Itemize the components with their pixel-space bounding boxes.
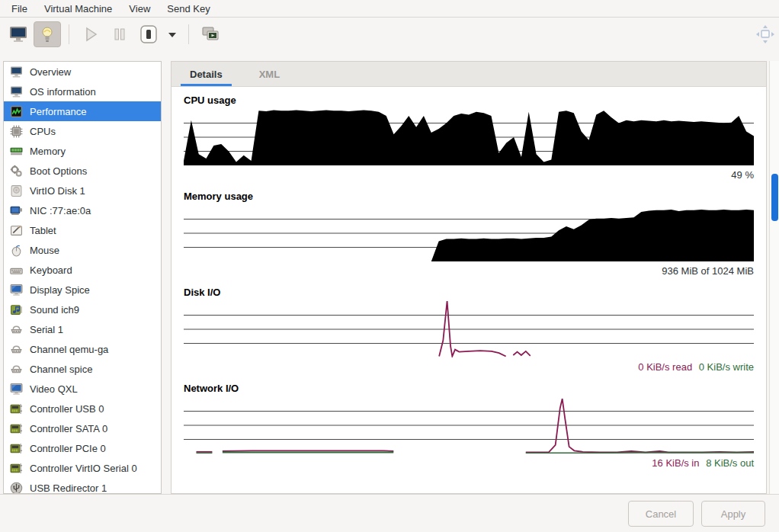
run-button[interactable]	[77, 21, 104, 47]
computer-icon	[10, 66, 23, 79]
sidebar-item-os-information[interactable]: OS information	[4, 82, 161, 101]
sidebar-item-display-spice[interactable]: Display Spice	[4, 280, 161, 300]
sidebar-item-label: Controller USB 0	[30, 403, 104, 415]
pause-icon	[111, 25, 128, 43]
caret-down-icon	[167, 25, 178, 43]
sidebar-item-label: CPUs	[30, 126, 56, 137]
sidebar-item-virtio-disk-1[interactable]: VirtIO Disk 1	[4, 181, 161, 200]
pause-button[interactable]	[106, 21, 133, 47]
sidebar-item-serial-1[interactable]: Serial 1	[4, 319, 161, 339]
sidebar-item-channel-qemu-ga[interactable]: Channel qemu-ga	[4, 339, 161, 359]
sidebar-item-keyboard[interactable]: Keyboard	[4, 260, 161, 280]
sidebar-item-performance[interactable]: Performance	[4, 101, 161, 121]
play-icon	[82, 25, 100, 43]
serial-icon	[10, 363, 23, 376]
network-io-chart	[184, 397, 754, 453]
nic-icon	[10, 204, 23, 217]
tab-xml[interactable]: XML	[241, 62, 298, 86]
disk-io-chart	[184, 301, 754, 357]
cpu-usage-chart	[184, 109, 754, 165]
fullscreen-icon	[755, 24, 776, 44]
sidebar-item-controller-usb-0[interactable]: Controller USB 0	[4, 399, 161, 418]
sidebar-item-label: Channel qemu-ga	[30, 344, 108, 355]
menu-send-key[interactable]: Send Key	[159, 2, 218, 16]
network-io-section: Network I/O 16 KiB/s in 8 KiB/s out	[184, 383, 754, 470]
sidebar-item-video-qxl[interactable]: Video QXL	[4, 379, 161, 399]
fullscreen-button[interactable]	[752, 21, 779, 47]
display-icon	[10, 383, 23, 396]
shutdown-button[interactable]	[135, 21, 162, 47]
performance-panel: CPU usage 49 % Memory usage 936 MiB of 1…	[172, 87, 766, 470]
show-details-button[interactable]	[34, 21, 61, 47]
keyboard-icon	[10, 264, 23, 277]
gears-icon	[10, 165, 23, 178]
disk-read-value: 0 KiB/s read	[638, 361, 692, 373]
sidebar-item-mouse[interactable]: Mouse	[4, 240, 161, 260]
menu-virtual-machine[interactable]: Virtual Machine	[36, 2, 120, 16]
controller-icon	[10, 402, 23, 415]
disk-io-section: Disk I/O 0 KiB/s read 0 KiB/s write	[184, 287, 754, 374]
cancel-button[interactable]: Cancel	[628, 501, 694, 527]
cpu-usage-value: 49 %	[184, 169, 754, 182]
mouse-icon	[10, 244, 23, 257]
sidebar-item-label: Overview	[30, 66, 71, 78]
memory-usage-value: 936 MiB of 1024 MiB	[184, 265, 754, 278]
performance-icon	[10, 105, 23, 118]
sidebar-item-memory[interactable]: Memory	[4, 141, 161, 161]
console-icon	[8, 25, 28, 43]
serial-icon	[10, 343, 23, 356]
sidebar-item-label: Mouse	[30, 245, 59, 256]
memory-usage-title: Memory usage	[184, 191, 754, 202]
sidebar-item-cpus[interactable]: CPUs	[4, 121, 161, 141]
sidebar-item-label: Tablet	[30, 225, 56, 236]
disk-io-value: 0 KiB/s read 0 KiB/s write	[184, 361, 754, 374]
hardware-list: OverviewOS informationPerformanceCPUsMem…	[3, 61, 162, 494]
sidebar-item-label: NIC :77:ae:0a	[30, 205, 91, 216]
shutdown-menu-button[interactable]	[164, 21, 181, 47]
sidebar-item-sound-ich9[interactable]: Sound ich9	[4, 300, 161, 319]
sidebar-item-label: VirtIO Disk 1	[30, 185, 85, 197]
network-io-title: Network I/O	[184, 383, 754, 394]
menu-view[interactable]: View	[120, 2, 159, 16]
vertical-scrollbar[interactable]	[769, 61, 779, 494]
sidebar-item-controller-virtio-serial-0[interactable]: Controller VirtIO Serial 0	[4, 458, 161, 478]
tablet-icon	[10, 224, 23, 237]
virtual-displays-button[interactable]	[197, 21, 224, 47]
sidebar-item-label: Controller SATA 0	[30, 423, 107, 434]
cpu-usage-title: CPU usage	[184, 95, 754, 106]
sidebar-item-nic-77-ae-0a[interactable]: NIC :77:ae:0a	[4, 200, 161, 220]
sidebar-item-label: Boot Options	[30, 165, 87, 177]
sidebar-item-label: Controller PCIe 0	[30, 443, 106, 454]
network-io-value: 16 KiB/s in 8 KiB/s out	[184, 457, 754, 470]
sidebar-item-label: Keyboard	[30, 264, 72, 276]
apply-button[interactable]: Apply	[701, 501, 765, 527]
show-console-button[interactable]	[5, 21, 32, 47]
sidebar-item-tablet[interactable]: Tablet	[4, 220, 161, 240]
footer: Cancel Apply	[0, 494, 779, 532]
sidebar-item-overview[interactable]: Overview	[4, 62, 161, 82]
sidebar-item-label: Sound ich9	[30, 304, 79, 316]
controller-icon	[10, 442, 23, 455]
sidebar-item-boot-options[interactable]: Boot Options	[4, 161, 161, 181]
scrollbar-thumb[interactable]	[771, 174, 778, 221]
tab-details[interactable]: Details	[172, 62, 241, 86]
menu-file[interactable]: File	[3, 2, 36, 16]
computer-icon	[10, 85, 23, 98]
cpu-usage-section: CPU usage 49 %	[184, 95, 754, 182]
disk-io-title: Disk I/O	[184, 287, 754, 298]
sidebar-item-controller-pcie-0[interactable]: Controller PCIe 0	[4, 438, 161, 458]
tab-bar: Details XML	[172, 62, 766, 87]
sidebar-item-label: Video QXL	[30, 383, 78, 395]
sidebar-item-label: Channel spice	[30, 364, 92, 375]
cpu-icon	[10, 125, 23, 138]
memory-usage-section: Memory usage 936 MiB of 1024 MiB	[184, 191, 754, 278]
sidebar-item-controller-sata-0[interactable]: Controller SATA 0	[4, 418, 161, 438]
sidebar-item-label: Memory	[30, 146, 66, 157]
sidebar-item-channel-spice[interactable]: Channel spice	[4, 359, 161, 379]
memory-icon	[10, 145, 23, 158]
sidebar-item-usb-redirector-1[interactable]: USB Redirector 1	[4, 478, 161, 494]
display-icon	[10, 284, 23, 296]
sidebar-item-label: Display Spice	[30, 284, 90, 296]
shutdown-icon	[139, 24, 159, 44]
disk-icon	[10, 184, 23, 197]
